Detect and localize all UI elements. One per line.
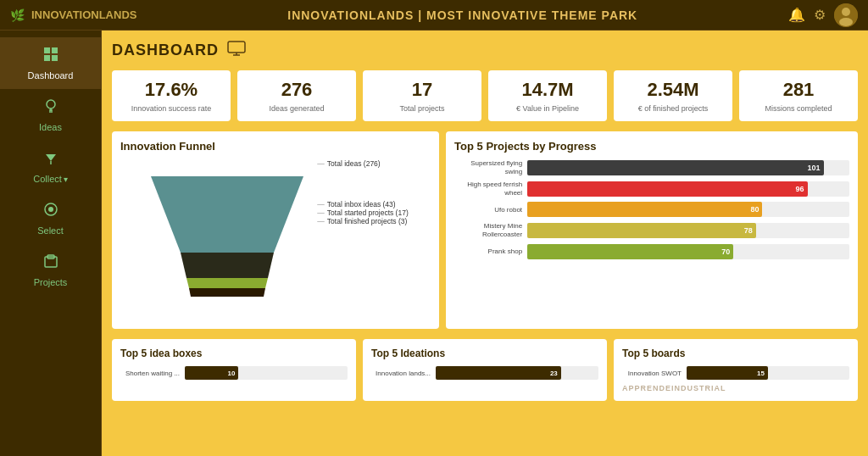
funnel-container: Total ideas (276) Total inbox ideas (43)…: [120, 159, 431, 320]
kpi-value-ideas: 276: [281, 79, 313, 101]
collect-icon: [42, 149, 59, 170]
bar-row: Supersized flying swing 101: [454, 159, 849, 175]
funnel-title: Innovation Funnel: [120, 140, 431, 153]
brand-name: INNOVATIONLANDS: [31, 8, 136, 21]
kpi-label-projects: Total projects: [399, 104, 444, 113]
kpi-label-success-rate: Innovation success rate: [131, 104, 212, 113]
bar-chart: Supersized flying swing 101 High speed f…: [454, 159, 849, 259]
kpi-value-success-rate: 17.6%: [145, 79, 198, 101]
mini-bar-name: Shorten waiting ...: [120, 370, 180, 377]
bar-value: 101: [808, 164, 821, 172]
bar-name: Prank shop: [454, 247, 522, 256]
dashboard-title-row: DASHBOARD: [112, 41, 858, 60]
gear-icon[interactable]: ⚙: [814, 7, 826, 23]
content-area: DASHBOARD 17.6% Innovation success rate …: [102, 31, 868, 456]
screen-icon: [227, 41, 246, 60]
kpi-label-pipeline: € Value in Pipeline: [516, 104, 579, 113]
kpi-label-ideas: Ideas generated: [269, 104, 324, 113]
funnel-panel: Innovation Funnel: [112, 131, 439, 329]
bar-fill: 80: [527, 202, 762, 217]
sidebar-label-ideas: Ideas: [39, 122, 62, 132]
svg-marker-22: [186, 278, 268, 288]
mini-bar-track: 23: [436, 366, 598, 380]
mini-bar-name: Innovation SWOT: [622, 370, 682, 377]
bar-name: Mistery Mine Rollercoaster: [454, 222, 522, 238]
bar-row: Mistery Mine Rollercoaster 78: [454, 222, 849, 238]
kpi-value-finished: 2.54M: [647, 79, 698, 101]
brand-icon: 🌿: [10, 8, 25, 22]
svg-point-1: [842, 8, 850, 16]
bell-icon[interactable]: 🔔: [788, 7, 805, 23]
sidebar-item-collect[interactable]: Collect ▾: [0, 141, 101, 192]
ideations-panel: Top 5 Ideations Innovation lands... 23: [363, 339, 607, 401]
bar-track: 80: [527, 202, 849, 217]
bar-track: 78: [527, 223, 849, 238]
bar-track: 70: [527, 244, 849, 259]
bar-fill: 70: [527, 244, 733, 259]
main-layout: Dashboard Ideas Collect ▾ Select: [0, 31, 868, 456]
projects-icon: [42, 253, 59, 274]
select-icon: [42, 201, 59, 222]
idea-boxes-panel: Top 5 idea boxes Shorten waiting ... 10: [112, 339, 356, 401]
ideas-icon: [42, 97, 59, 119]
sidebar-item-dashboard[interactable]: Dashboard: [0, 37, 101, 89]
svg-marker-21: [181, 253, 274, 278]
bar-fill: 96: [527, 181, 808, 197]
kpi-row: 17.6% Innovation success rate 276 Ideas …: [112, 70, 858, 121]
watermark: APPRENDEINDUSTRIAL: [622, 384, 849, 392]
kpi-label-finished: € of finished projects: [638, 104, 709, 113]
sidebar-item-ideas[interactable]: Ideas: [0, 89, 101, 141]
header-title: INNOVATIONLANDS | MOST INNOVATIVE THEME …: [287, 8, 637, 22]
bar-value: 96: [796, 185, 804, 193]
brand-area: 🌿 INNOVATIONLANDS: [10, 8, 136, 22]
bar-row: Ufo robot 80: [454, 202, 849, 217]
svg-rect-17: [228, 42, 245, 53]
top5-projects-title: Top 5 Projects by Progress: [454, 140, 849, 153]
funnel-label-0: Total ideas (276): [317, 159, 408, 168]
sidebar-item-projects[interactable]: Projects: [0, 244, 101, 296]
funnel-labels-bottom: Total inbox ideas (43) Total started pro…: [317, 200, 408, 225]
mini-bar-fill: 10: [185, 366, 238, 380]
svg-rect-3: [44, 47, 50, 53]
sidebar-item-select[interactable]: Select: [0, 192, 101, 244]
kpi-card-finished: 2.54M € of finished projects: [614, 70, 732, 121]
avatar[interactable]: [834, 3, 858, 27]
kpi-card-ideas: 276 Ideas generated: [237, 70, 356, 121]
funnel-chart: [142, 159, 312, 312]
bar-fill: 101: [527, 160, 824, 175]
ideations-title: Top 5 Ideations: [371, 348, 598, 359]
collect-row: Collect ▾: [33, 174, 68, 184]
bar-name: Ufo robot: [454, 206, 522, 214]
kpi-value-pipeline: 14.7M: [521, 79, 573, 101]
bar-name: Supersized flying swing: [454, 159, 522, 175]
funnel-labels: Total ideas (276) Total inbox ideas (43)…: [317, 159, 408, 234]
kpi-value-missions: 281: [783, 79, 815, 101]
ideations-bars: Innovation lands... 23: [371, 366, 598, 380]
sidebar-label-projects: Projects: [34, 277, 68, 287]
mini-bar-fill: 23: [436, 366, 561, 380]
boards-panel: Top 5 boards Innovation SWOT 15 APPRENDE…: [614, 339, 858, 401]
svg-point-7: [47, 100, 55, 108]
funnel-label-1: Total inbox ideas (43): [317, 200, 408, 209]
kpi-value-projects: 17: [412, 79, 432, 101]
svg-rect-4: [52, 47, 58, 53]
idea-boxes-bars: Shorten waiting ... 10: [120, 366, 348, 380]
mini-bar-fill: 15: [687, 366, 768, 380]
bar-track: 101: [527, 160, 849, 175]
sidebar-label-select: Select: [37, 225, 64, 236]
bottom-row: Top 5 idea boxes Shorten waiting ... 10 …: [112, 339, 858, 401]
kpi-label-missions: Missions completed: [765, 104, 832, 113]
svg-marker-20: [151, 176, 303, 253]
dashboard-icon: [42, 46, 59, 67]
mini-bar-row: Shorten waiting ... 10: [120, 366, 348, 380]
top-header: 🌿 INNOVATIONLANDS INNOVATIONLANDS | MOST…: [0, 0, 868, 31]
mini-bar-track: 10: [185, 366, 348, 380]
kpi-card-missions: 281 Missions completed: [739, 70, 858, 121]
funnel-label-3: Total finished projects (3): [317, 217, 408, 225]
bar-value: 78: [744, 226, 753, 235]
svg-rect-5: [44, 55, 50, 61]
header-actions: 🔔 ⚙: [788, 3, 858, 27]
boards-title: Top 5 boards: [622, 348, 849, 359]
bar-track: 96: [527, 181, 849, 197]
mini-bar-row: Innovation lands... 23: [371, 366, 598, 380]
